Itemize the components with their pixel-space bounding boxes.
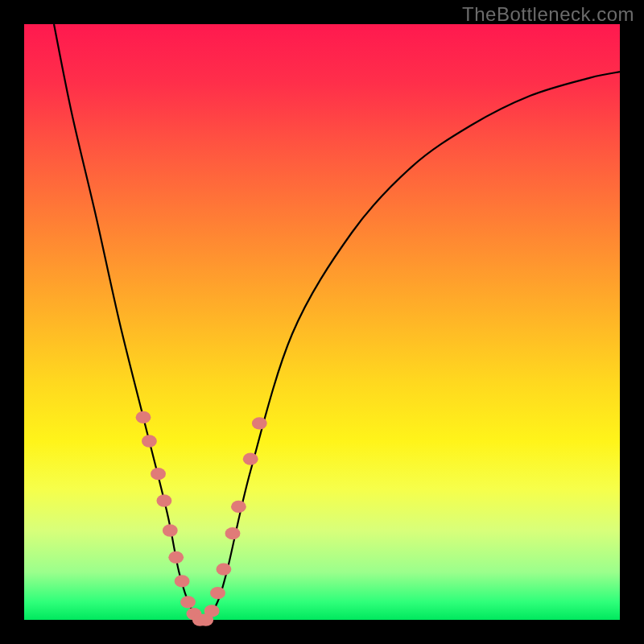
bottleneck-curve bbox=[54, 24, 620, 620]
data-marker bbox=[243, 453, 258, 465]
chart-frame: TheBottleneck.com bbox=[0, 0, 644, 644]
data-marker bbox=[216, 563, 231, 575]
data-marker bbox=[180, 596, 196, 608]
data-marker bbox=[210, 587, 225, 599]
data-markers bbox=[136, 411, 267, 626]
data-marker bbox=[225, 527, 241, 539]
data-marker bbox=[151, 468, 166, 480]
data-marker bbox=[231, 501, 246, 513]
data-marker bbox=[156, 494, 171, 506]
curve-svg bbox=[24, 24, 620, 620]
plot-area bbox=[24, 24, 620, 620]
data-marker bbox=[163, 524, 178, 536]
data-marker bbox=[142, 435, 157, 447]
data-marker bbox=[204, 605, 220, 617]
data-marker bbox=[136, 411, 151, 423]
data-marker bbox=[252, 417, 267, 429]
data-marker bbox=[175, 575, 190, 587]
data-marker bbox=[168, 551, 184, 564]
watermark-text: TheBottleneck.com bbox=[462, 3, 634, 26]
